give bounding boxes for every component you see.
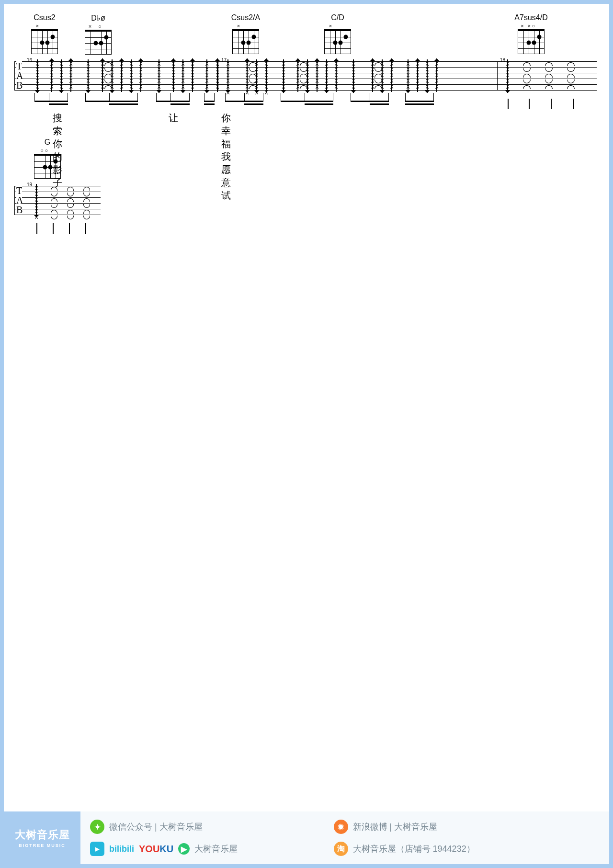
strum-mark: XXXXX <box>100 61 105 90</box>
strum-mark: XXXXX <box>424 61 430 90</box>
strum-mark: XXXXX <box>505 61 511 90</box>
chord-grid <box>34 154 61 179</box>
strum-mark: XXXXX <box>49 61 55 90</box>
sheet-content: Csus2 × D♭ø × ○ Csus2/A × C/D × <box>4 4 609 864</box>
tab-label-2: TAB <box>16 186 22 215</box>
beam <box>204 93 215 107</box>
strum-mark: XXXXX <box>281 61 286 90</box>
strum-mark: XXXXX <box>204 61 210 90</box>
chord-name: D♭ø <box>81 13 115 23</box>
chord-xo: ○○ <box>31 148 64 153</box>
strum-mark: XXXXX <box>68 61 74 90</box>
strum-mark: XXXXX <box>333 61 339 90</box>
beat-mark <box>69 223 70 234</box>
chord-xo: × <box>321 23 354 29</box>
footer-links: ✦ 微信公众号 | 大树音乐屋 ▶ bilibili YOUKU ▶ 大树音乐屋… <box>80 811 609 864</box>
beam <box>109 93 138 107</box>
beat-mark <box>53 223 54 234</box>
chord-diagram: Csus2/A × <box>229 13 262 54</box>
strum-mark: XXXXXX <box>244 61 250 96</box>
footer-col-left: ✦ 微信公众号 | 大树音乐屋 ▶ bilibili YOUKU ▶ 大树音乐屋 <box>90 820 238 856</box>
footer: 大树音乐屋 BIGTREE MUSIC ✦ 微信公众号 | 大树音乐屋 ▶ bi… <box>4 811 609 864</box>
beam <box>244 93 263 107</box>
chord-diagram: Csus2 × <box>28 13 61 54</box>
strum-mark: XXXXX <box>156 61 162 90</box>
strum-mark: XXXXXX <box>34 186 39 220</box>
strum-mark: XXXXX <box>128 61 134 90</box>
chord-grid <box>324 29 351 54</box>
beat-mark <box>508 99 509 109</box>
taobao-row: 淘 大树音乐屋（店铺号 1944232） <box>334 842 475 856</box>
strum-mark: XXXXX <box>119 61 125 90</box>
measure-number-16: 16 <box>27 57 32 63</box>
strum-mark: XXXXX <box>370 61 375 90</box>
weibo-icon: ✹ <box>334 820 348 834</box>
wechat-row: ✦ 微信公众号 | 大树音乐屋 <box>90 820 238 834</box>
chord-grid <box>85 30 112 55</box>
wechat-icon: ✦ <box>90 820 104 834</box>
beam <box>305 93 333 107</box>
beat-mark <box>551 99 552 109</box>
strum-mark: XXXXXX <box>254 61 260 96</box>
strum-mark: XXXXX <box>351 61 356 90</box>
brand-name-cn: 大树音乐屋 <box>15 828 70 842</box>
strum-mark: XXXXX <box>170 61 176 90</box>
chord-diagram: G ○○ <box>31 138 64 179</box>
video-row: ▶ bilibili YOUKU ▶ 大树音乐屋 <box>90 842 238 856</box>
tab-label: TAB <box>16 61 22 90</box>
chord-name: A7sus4/D <box>514 13 548 22</box>
chord-diagram: C/D × <box>321 13 354 54</box>
taobao-icon: 淘 <box>334 842 348 856</box>
beam <box>49 93 68 107</box>
page-frame: Csus2 × D♭ø × ○ Csus2/A × C/D × <box>0 0 613 868</box>
chord-name: G <box>31 138 64 147</box>
chord-xo: × <box>28 23 61 29</box>
chord-name: C/D <box>321 13 354 22</box>
strum-mark: XXXXX <box>415 61 420 90</box>
beat-mark <box>36 223 37 234</box>
chord-diagram: D♭ø × ○ <box>81 13 115 55</box>
lyrics-segment-2: 让 <box>169 112 178 125</box>
bilibili-text: bilibili <box>109 844 134 854</box>
strum-mark: XXXXX <box>389 61 395 90</box>
strum-mark: XXXXX <box>190 61 195 90</box>
strum-mark: XXXXX <box>215 61 220 90</box>
strum-mark: XXXXX <box>180 61 186 90</box>
strum-mark: XXXXX <box>85 61 91 90</box>
video-suffix: 大树音乐屋 <box>194 843 238 855</box>
footer-col-right: ✹ 新浪微博 | 大树音乐屋 淘 大树音乐屋（店铺号 1944232） <box>334 820 475 856</box>
strum-mark: XXXXXX <box>225 61 231 96</box>
wechat-text: 微信公众号 | 大树音乐屋 <box>109 821 203 833</box>
strum-mark: XXXXX <box>305 61 310 90</box>
strum-mark: XXXXX <box>324 61 329 90</box>
footer-brand: 大树音乐屋 BIGTREE MUSIC <box>4 811 80 864</box>
youku-play-icon: ▶ <box>178 843 190 855</box>
strum-mark: XXXXX <box>58 61 64 90</box>
strum-mark: XXXXXX <box>263 61 269 96</box>
beam <box>170 93 190 107</box>
beat-mark <box>573 99 574 109</box>
measure-number-19: 19 <box>27 182 32 187</box>
brand-name-en: BIGTREE MUSIC <box>19 843 66 848</box>
strum-mark: XXXXX <box>295 61 301 90</box>
bilibili-icon: ▶ <box>90 842 104 856</box>
chord-name: Csus2/A <box>229 13 262 22</box>
taobao-text: 大树音乐屋（店铺号 1944232） <box>353 843 475 855</box>
youku-text: YOUKU <box>139 844 173 855</box>
chord-xo: × <box>229 23 262 29</box>
chord-grid <box>232 29 259 54</box>
chord-xo: × ×○ <box>514 23 548 29</box>
chord-diagram: A7sus4/D × ×○ <box>514 13 548 54</box>
lyrics-segment-3: 你 幸 福 我 愿 意 试 <box>221 112 240 202</box>
strum-mark: XXXXX <box>34 61 40 90</box>
strum-mark: XXXXX <box>314 61 320 90</box>
beat-mark <box>85 223 86 234</box>
strum-mark: XXXXX <box>434 61 440 90</box>
strum-mark: XXXXX <box>138 61 144 90</box>
strum-mark: XXXXX <box>109 61 115 90</box>
weibo-row: ✹ 新浪微博 | 大树音乐屋 <box>334 820 475 834</box>
chord-grid <box>31 29 58 54</box>
chord-xo: × ○ <box>81 23 115 29</box>
strum-mark: XXXXX <box>405 61 411 90</box>
beam <box>370 93 389 107</box>
